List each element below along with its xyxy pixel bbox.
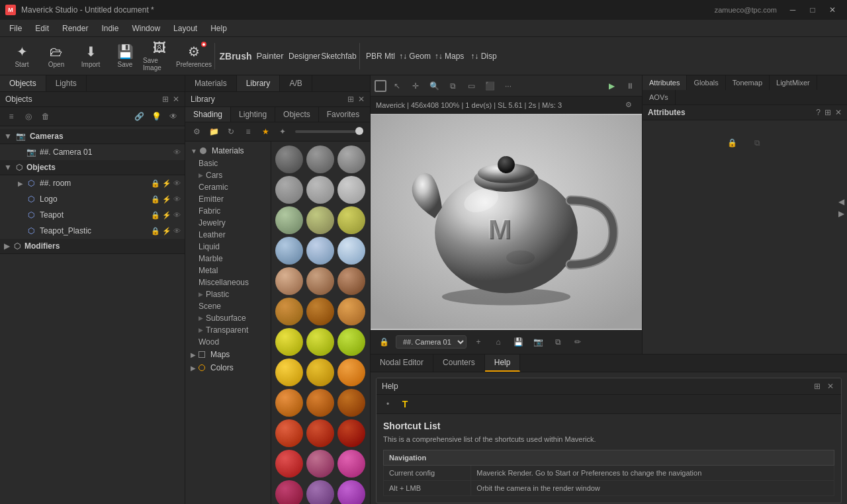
lib-star-icon[interactable]: ★ [258, 124, 273, 139]
swatch-item[interactable] [306, 389, 334, 417]
obj-filter-icon[interactable]: ≡ [4, 109, 19, 124]
room-eye-icon[interactable]: 👁 [173, 179, 181, 188]
subtab-lighting[interactable]: Lighting [231, 107, 275, 122]
cameras-section[interactable]: ▼ 📷 Cameras [0, 129, 185, 144]
swatch-item[interactable] [275, 419, 303, 447]
teapot-lock-icon[interactable]: 🔒 [151, 211, 160, 220]
cat-item-liquid[interactable]: Liquid [185, 241, 271, 253]
tab-globals[interactable]: Globals [687, 75, 725, 90]
tab-nodal-editor[interactable]: Nodal Editor [371, 355, 433, 372]
swatch-item[interactable] [306, 267, 334, 295]
tab-aovs[interactable]: AOVs [643, 90, 676, 105]
tab-lights[interactable]: Lights [46, 75, 87, 91]
help-maximize-btn[interactable]: ⊞ [812, 381, 823, 392]
tree-item-teapot-plastic[interactable]: ⬡ Teapot_Plastic 🔒 ⚡ 👁 [0, 223, 185, 239]
attr-expand-icon[interactable]: ⊞ [825, 108, 831, 117]
tab-tonemap[interactable]: Tonemap [726, 75, 770, 90]
tool-geom[interactable]: ↑↓ Geom [398, 39, 431, 73]
menu-layout[interactable]: Layout [167, 22, 204, 34]
cat-item-scene[interactable]: Scene [185, 300, 271, 312]
lib-folder-icon[interactable]: 📁 [206, 124, 221, 139]
vp-pause-btn[interactable]: ⏸ [622, 78, 638, 94]
cat-item-plastic[interactable]: ▶Plastic [185, 288, 271, 300]
tree-item-camera01[interactable]: 📷 ##. Camera 01 👁 [0, 144, 185, 160]
maximize-button[interactable]: □ [803, 3, 822, 17]
tool-open[interactable]: 🗁Open [40, 39, 73, 73]
menu-edit[interactable]: Edit [28, 22, 56, 34]
vb-home-btn[interactable]: ⌂ [490, 334, 506, 350]
swatch-item[interactable] [306, 206, 334, 234]
swatch-item[interactable] [306, 358, 334, 386]
swatch-item[interactable] [306, 298, 334, 325]
cat-item-jewelry[interactable]: Jewelry [185, 217, 271, 229]
swatch-item[interactable] [337, 328, 365, 356]
tool-sketchfab[interactable]: Sketchfab [322, 39, 355, 73]
subtab-favorites[interactable]: Favorites [319, 107, 367, 122]
swatch-item[interactable] [337, 237, 365, 265]
lib-grid-icon[interactable]: ⚙ [189, 124, 204, 139]
cat-item-subsurface[interactable]: ▶Subsurface [185, 312, 271, 324]
teapot-plastic-eye-icon[interactable]: 👁 [173, 227, 181, 235]
vp-play-btn[interactable]: ▶ [603, 78, 619, 94]
camera-select[interactable]: ##. Camera 01 [396, 335, 467, 349]
close-button[interactable]: ✕ [823, 3, 842, 17]
swatch-item[interactable] [275, 146, 303, 173]
swatch-item[interactable] [337, 146, 365, 173]
tool-painter[interactable]: Painter [253, 39, 287, 73]
vp-status-settings-icon[interactable]: ⚙ [621, 97, 637, 113]
lib-slider[interactable] [295, 130, 363, 133]
vp-dots-btn[interactable]: ··· [500, 78, 516, 94]
tool-designer[interactable]: Designer [288, 39, 321, 73]
lib-refresh-icon[interactable]: ↻ [224, 124, 238, 139]
tool-maps[interactable]: ↑↓ Maps [433, 39, 466, 73]
swatch-item[interactable] [337, 480, 365, 504]
swatch-item[interactable] [275, 206, 303, 234]
swatch-item[interactable] [337, 176, 365, 204]
help-close-btn[interactable]: ✕ [825, 381, 836, 392]
swatch-item[interactable] [306, 450, 334, 478]
tool-save[interactable]: 💾Save [109, 39, 142, 73]
cat-item-transparent[interactable]: ▶Transparent [185, 324, 271, 336]
menu-indie[interactable]: Indie [95, 22, 125, 34]
tree-item-logo[interactable]: ⬡ Logo 🔒 ⚡ 👁 [0, 191, 185, 207]
tool-pbr-mtl[interactable]: PBR Mtl [364, 39, 397, 73]
minimize-button[interactable]: ─ [783, 3, 802, 17]
tab-library[interactable]: Library [237, 75, 281, 91]
library-close-icon[interactable]: ✕ [358, 95, 365, 104]
swatch-item[interactable] [275, 450, 303, 478]
swatch-item[interactable] [275, 480, 303, 504]
swatch-item[interactable] [337, 358, 365, 386]
menu-help[interactable]: Help [204, 22, 234, 34]
obj-eye-icon[interactable]: 👁 [166, 109, 181, 124]
vb-link-btn[interactable]: ⧉ [550, 334, 566, 350]
swatch-item[interactable] [306, 480, 334, 504]
tab-ab[interactable]: A/B [280, 75, 312, 91]
vp-preview-btn[interactable]: ⬛ [482, 78, 498, 94]
tab-help[interactable]: Help [485, 355, 521, 372]
swatch-item[interactable] [275, 358, 303, 386]
tab-objects[interactable]: Objects [0, 75, 46, 91]
library-expand-icon[interactable]: ⊞ [347, 95, 354, 104]
swatch-item[interactable] [306, 146, 334, 173]
swatch-item[interactable] [275, 389, 303, 417]
menu-render[interactable]: Render [56, 22, 95, 34]
swatch-item[interactable] [275, 298, 303, 325]
vp-select-btn[interactable]: ↖ [389, 78, 405, 94]
tree-item-teapot[interactable]: ⬡ Teapot 🔒 ⚡ 👁 [0, 207, 185, 223]
swatch-item[interactable] [337, 419, 365, 447]
tab-materials[interactable]: Materials [185, 75, 237, 91]
teapot-plastic-link-icon[interactable]: ⚡ [162, 227, 171, 235]
tool-import[interactable]: ⬇Import [74, 39, 107, 73]
help-text-icon[interactable]: T [398, 397, 412, 411]
objects-section[interactable]: ▼ ⬡ Objects [0, 160, 185, 175]
cat-colors-header[interactable]: ▶ Colors [185, 361, 271, 374]
attr-nav-next[interactable]: ▶ [838, 209, 844, 218]
modifiers-section[interactable]: ▶ ⬡ Modifiers [0, 239, 185, 254]
tab-attributes[interactable]: Attributes [643, 75, 687, 90]
obj-light-icon[interactable]: 💡 [149, 109, 163, 124]
tab-counters[interactable]: Counters [433, 355, 485, 372]
swatch-item[interactable] [306, 237, 334, 265]
obj-delete-icon[interactable]: 🗑 [38, 109, 53, 124]
cat-item-ceramic[interactable]: Ceramic [185, 181, 271, 193]
vb-lock-btn[interactable]: 🔒 [376, 334, 392, 350]
